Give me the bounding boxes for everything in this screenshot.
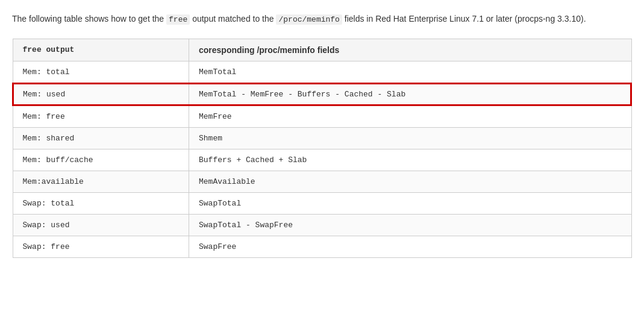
table-header: free output coresponding /proc/meminfo f…	[13, 39, 631, 61]
table-row: Mem: totalMemTotal	[13, 61, 631, 83]
intro-text-before-code1: The following table shows how to get the	[12, 14, 166, 24]
table-row: Swap: freeSwapFree	[13, 236, 631, 257]
table-cell-meminfo-field: SwapTotal - SwapFree	[189, 214, 631, 236]
table-row: Mem:availableMemAvailable	[13, 171, 631, 192]
table-row: Mem: buff/cacheBuffers + Cached + Slab	[13, 149, 631, 171]
table-header-row: free output coresponding /proc/meminfo f…	[13, 39, 631, 61]
table-row: Mem: freeMemFree	[13, 105, 631, 128]
table-row: Swap: usedSwapTotal - SwapFree	[13, 214, 631, 236]
table-cell-free-output: Mem: buff/cache	[13, 149, 189, 171]
table-cell-meminfo-field: MemTotal	[189, 61, 631, 83]
col-header-free-output: free output	[13, 39, 189, 61]
table-cell-meminfo-field: MemTotal - MemFree - Buffers - Cached - …	[189, 83, 631, 105]
table-cell-meminfo-field: MemFree	[189, 105, 631, 128]
intro-paragraph: The following table shows how to get the…	[12, 12, 632, 27]
meminfo-table: free output coresponding /proc/meminfo f…	[12, 39, 632, 258]
table-cell-meminfo-field: SwapFree	[189, 236, 631, 257]
inline-code-free: free	[166, 14, 190, 25]
table-cell-free-output: Mem: shared	[13, 127, 189, 149]
table-cell-free-output: Mem: free	[13, 105, 189, 128]
table-cell-meminfo-field: SwapTotal	[189, 192, 631, 214]
table-cell-meminfo-field: Shmem	[189, 127, 631, 149]
table-cell-free-output: Mem: used	[13, 83, 189, 105]
table-cell-free-output: Swap: total	[13, 192, 189, 214]
table-cell-free-output: Swap: free	[13, 236, 189, 257]
intro-text-middle1: output matched to the	[190, 14, 276, 24]
table-cell-free-output: Mem: total	[13, 61, 189, 83]
table-cell-free-output: Mem:available	[13, 171, 189, 192]
table-row: Swap: totalSwapTotal	[13, 192, 631, 214]
inline-code-procmeminfo: /proc/meminfo	[276, 14, 342, 25]
intro-text-after: fields in Red Hat Enterprise Linux 7.1 o…	[342, 14, 586, 24]
table-row: Mem: usedMemTotal - MemFree - Buffers - …	[13, 83, 631, 105]
table-cell-meminfo-field: Buffers + Cached + Slab	[189, 149, 631, 171]
table-cell-meminfo-field: MemAvailable	[189, 171, 631, 192]
table-row: Mem: sharedShmem	[13, 127, 631, 149]
table-body: Mem: totalMemTotalMem: usedMemTotal - Me…	[13, 61, 631, 257]
col-header-meminfo-fields: coresponding /proc/meminfo fields	[189, 39, 631, 61]
table-cell-free-output: Swap: used	[13, 214, 189, 236]
